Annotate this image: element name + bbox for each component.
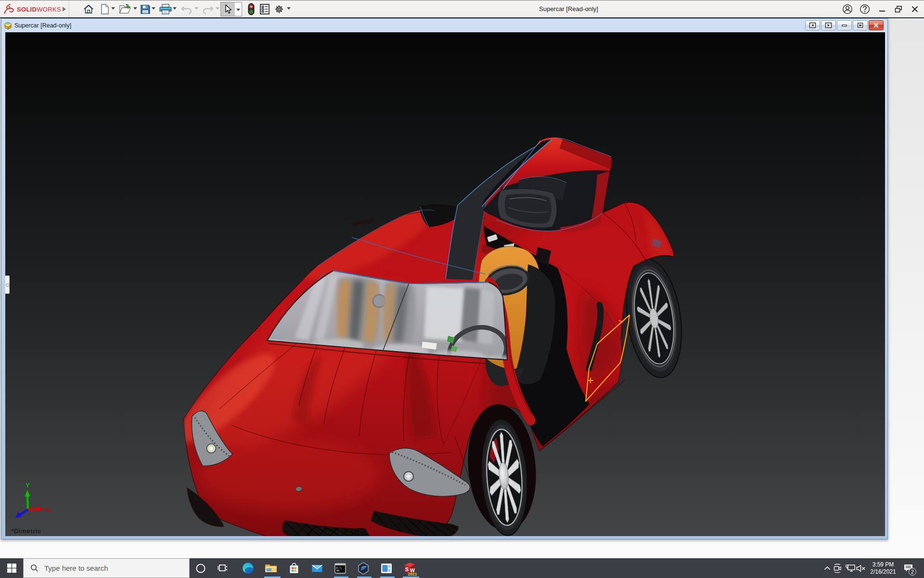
roof-slot xyxy=(350,218,376,226)
close-button[interactable] xyxy=(910,4,920,14)
mail-icon xyxy=(311,564,323,573)
flyout-arrow-icon[interactable] xyxy=(63,7,66,12)
mdi-client-area: Supercar [Read-only] xyxy=(0,18,924,558)
camera-icon xyxy=(833,564,842,573)
graphics-viewport[interactable]: Y *Dimetric xyxy=(5,32,885,536)
tray-camera[interactable] xyxy=(831,558,844,578)
doc-restore-button[interactable] xyxy=(853,20,868,30)
undo-icon xyxy=(180,4,193,14)
svg-text:Y: Y xyxy=(26,482,30,489)
clock-date: 2/16/2021 xyxy=(870,568,896,576)
account-icon xyxy=(842,4,853,14)
home-icon xyxy=(83,3,94,15)
brand-bold: SOLID xyxy=(17,6,37,13)
orientation-triad: Y xyxy=(15,482,49,518)
new-document-icon xyxy=(100,3,110,15)
doc-pane-left-button[interactable] xyxy=(805,20,820,30)
volume-muted-icon xyxy=(856,564,866,573)
options-button[interactable] xyxy=(272,2,286,16)
print-button[interactable] xyxy=(159,2,172,16)
open-door xyxy=(482,137,612,232)
svg-text:C:\: C:\ xyxy=(336,566,342,570)
selection-filter-button[interactable] xyxy=(244,2,258,16)
file-properties-icon xyxy=(259,3,270,15)
restore-button[interactable] xyxy=(893,4,904,14)
options-caret[interactable] xyxy=(287,7,291,10)
file-properties-button[interactable] xyxy=(258,2,271,16)
search-input[interactable] xyxy=(44,564,179,572)
feature-pane-tab[interactable] xyxy=(5,276,10,294)
help-button[interactable] xyxy=(860,4,870,14)
save-caret[interactable] xyxy=(152,7,155,10)
taskbar-news-app[interactable] xyxy=(375,558,398,578)
select-tool-caret[interactable] xyxy=(235,2,242,16)
new-document-button[interactable] xyxy=(98,2,112,16)
taskbar-hexagon-app[interactable] xyxy=(352,558,374,578)
quick-access-toolbar: SOLIDWORKS xyxy=(0,0,924,17)
minimize-button[interactable] xyxy=(877,4,887,14)
home-button[interactable] xyxy=(82,2,95,16)
ds-glyph xyxy=(3,3,15,15)
doc-minimize-button[interactable] xyxy=(837,20,852,30)
undo-button[interactable] xyxy=(180,2,193,16)
part-document-icon xyxy=(4,22,12,30)
open-button[interactable] xyxy=(118,2,132,16)
pane-right-icon xyxy=(825,22,832,28)
document-title: Supercar [Read-only] xyxy=(14,22,71,29)
account-button[interactable] xyxy=(842,4,853,14)
solidworks-2021-icon: S W 2021 xyxy=(402,561,417,576)
redo-caret[interactable] xyxy=(216,7,219,10)
doc-close-icon xyxy=(873,22,880,28)
options-gear-icon xyxy=(273,3,285,15)
select-caret-icon xyxy=(236,9,240,11)
new-document-caret[interactable] xyxy=(111,7,115,10)
document-window: Supercar [Read-only] xyxy=(1,18,888,539)
document-titlebar[interactable]: Supercar [Read-only] xyxy=(1,19,887,32)
redo-icon xyxy=(202,4,214,14)
save-button[interactable] xyxy=(139,2,152,16)
clock-time: 3:59 PM xyxy=(873,561,894,568)
restore-icon xyxy=(893,4,904,14)
print-icon xyxy=(159,3,172,15)
file-explorer-icon xyxy=(265,563,277,574)
taskbar-solidworks[interactable]: S W 2021 xyxy=(398,558,421,578)
command-prompt-icon: C:\ xyxy=(334,563,346,574)
doc-pane-right-button[interactable] xyxy=(821,20,836,30)
windows-taskbar: C:\ S W xyxy=(0,558,924,578)
windows-logo-icon xyxy=(7,564,16,573)
taskbar-task-view[interactable] xyxy=(212,558,234,578)
undo-caret[interactable] xyxy=(194,7,198,10)
taskbar-search[interactable] xyxy=(23,558,190,578)
brand-text: SOLIDWORKS xyxy=(17,6,61,13)
doc-window-buttons xyxy=(804,20,884,30)
toolbar-separator xyxy=(69,0,69,18)
print-caret[interactable] xyxy=(173,7,177,10)
taskbar-mail[interactable] xyxy=(306,558,328,578)
taskbar-command-prompt[interactable]: C:\ xyxy=(329,558,351,578)
news-app-icon xyxy=(381,563,392,574)
solidworks-logo[interactable]: SOLIDWORKS xyxy=(3,2,61,16)
taskbar-edge[interactable] xyxy=(237,558,259,578)
taskbar-clock[interactable]: 3:59 PM 2/16/2021 xyxy=(866,558,900,578)
notification-badge: 2 xyxy=(909,568,916,576)
taskbar-store[interactable] xyxy=(283,558,305,578)
doc-minimize-icon xyxy=(841,22,848,28)
svg-text:2021: 2021 xyxy=(408,572,417,576)
edge-icon xyxy=(242,562,254,574)
taskbar-file-explorer[interactable] xyxy=(260,558,282,578)
taskbar-cortana[interactable] xyxy=(190,558,212,578)
tray-volume[interactable] xyxy=(854,558,868,578)
action-center-button[interactable] xyxy=(898,558,918,578)
start-button[interactable] xyxy=(0,558,23,578)
car-model: Y xyxy=(5,32,885,536)
open-caret[interactable] xyxy=(133,7,137,10)
doc-restore-icon xyxy=(857,22,864,28)
redo-button[interactable] xyxy=(201,2,215,16)
select-tool-button[interactable] xyxy=(220,2,235,16)
hexagon-app-icon xyxy=(358,562,369,575)
doc-close-button[interactable] xyxy=(869,20,884,30)
task-view-icon xyxy=(218,563,228,574)
close-icon xyxy=(910,4,920,14)
cortana-icon xyxy=(195,563,206,574)
brand-light: WORKS xyxy=(37,6,61,13)
